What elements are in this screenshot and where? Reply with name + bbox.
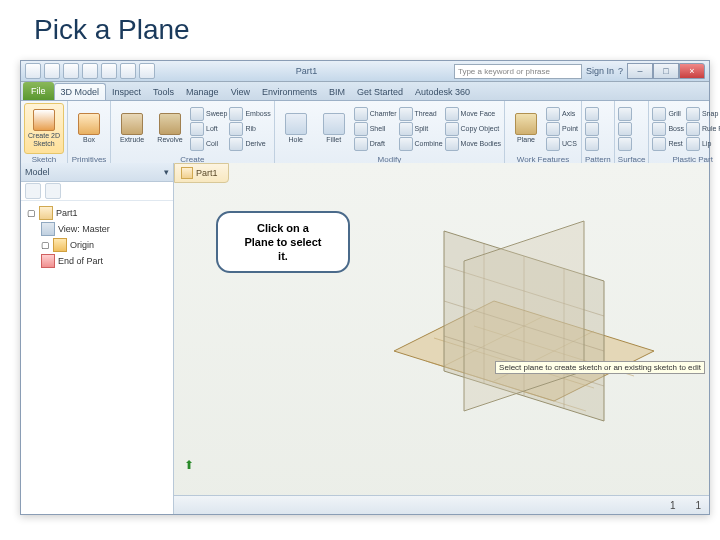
- close-button[interactable]: ×: [679, 63, 705, 79]
- group-modify: Hole Fillet Chamfer Shell Draft Thread S…: [275, 101, 505, 165]
- create-2d-sketch-button[interactable]: Create 2D Sketch: [24, 103, 64, 154]
- status-value-1: 1: [670, 500, 676, 511]
- shell-button[interactable]: Shell: [354, 122, 397, 136]
- sketch-icon: [33, 109, 55, 131]
- revolve-button[interactable]: Revolve: [152, 103, 188, 154]
- panel-dropdown-icon[interactable]: ▾: [164, 167, 169, 177]
- sweep-button[interactable]: Sweep: [190, 107, 227, 121]
- window-controls: – □ ×: [627, 63, 705, 79]
- qat-undo-icon[interactable]: [82, 63, 98, 79]
- rest-icon: [652, 137, 666, 151]
- graphics-viewport[interactable]: Part1 Click on a Plane to select it.: [174, 163, 709, 514]
- boss-button[interactable]: Boss: [652, 122, 684, 136]
- emboss-button[interactable]: Emboss: [229, 107, 270, 121]
- extrude-icon: [121, 113, 143, 135]
- part-icon: [39, 206, 53, 220]
- pattern-rect-icon: [585, 107, 599, 121]
- box-icon: [78, 113, 100, 135]
- thread-button[interactable]: Thread: [399, 107, 443, 121]
- tab-bim[interactable]: BIM: [323, 84, 351, 100]
- work-planes-3d[interactable]: [354, 181, 694, 461]
- surface-icon3: [618, 137, 632, 151]
- extrude-button[interactable]: Extrude: [114, 103, 150, 154]
- split-button[interactable]: Split: [399, 122, 443, 136]
- ucs-button[interactable]: UCS: [546, 137, 578, 151]
- file-tab[interactable]: File: [23, 82, 54, 100]
- qat-home-icon[interactable]: [120, 63, 136, 79]
- rest-button[interactable]: Rest: [652, 137, 684, 151]
- point-button[interactable]: Point: [546, 122, 578, 136]
- surface-btn3[interactable]: [618, 137, 632, 151]
- rulefillet-button[interactable]: Rule Fillet: [686, 122, 720, 136]
- view-icon: [41, 222, 55, 236]
- window-title: Part1: [159, 66, 454, 76]
- box-button[interactable]: Box: [71, 103, 107, 154]
- find-icon[interactable]: [45, 183, 61, 199]
- tab-manage[interactable]: Manage: [180, 84, 225, 100]
- ucs-icon: [546, 137, 560, 151]
- content-area: Model ▾ ▢Part1 View: Master ▢Origin End …: [21, 163, 709, 514]
- copyobj-button[interactable]: Copy Object: [445, 122, 501, 136]
- surface-icon2: [618, 122, 632, 136]
- filter-icon[interactable]: [25, 183, 41, 199]
- tab-autodesk-360[interactable]: Autodesk 360: [409, 84, 476, 100]
- tab-inspect[interactable]: Inspect: [106, 84, 147, 100]
- plane-icon: [515, 113, 537, 135]
- tab-3d-model[interactable]: 3D Model: [54, 83, 107, 100]
- qat-save-icon[interactable]: [63, 63, 79, 79]
- qat-redo-icon[interactable]: [101, 63, 117, 79]
- group-surface: Surface: [615, 101, 650, 165]
- chamfer-button[interactable]: Chamfer: [354, 107, 397, 121]
- loft-button[interactable]: Loft: [190, 122, 227, 136]
- help-icon[interactable]: ?: [618, 66, 623, 76]
- search-input[interactable]: Type a keyword or phrase: [454, 64, 582, 79]
- document-tab[interactable]: Part1: [174, 163, 229, 183]
- mirror-button[interactable]: [585, 137, 599, 151]
- moveface-button[interactable]: Move Face: [445, 107, 501, 121]
- signin-link[interactable]: Sign In: [586, 66, 614, 76]
- plane-button[interactable]: Plane: [508, 103, 544, 154]
- pattern-circ-icon: [585, 122, 599, 136]
- axis-button[interactable]: Axis: [546, 107, 578, 121]
- loft-icon: [190, 122, 204, 136]
- qat-appearance-icon[interactable]: [139, 63, 155, 79]
- tab-get-started[interactable]: Get Started: [351, 84, 409, 100]
- grill-button[interactable]: Grill: [652, 107, 684, 121]
- expand-icon[interactable]: ▢: [27, 208, 36, 218]
- eop-icon: [41, 254, 55, 268]
- draft-button[interactable]: Draft: [354, 137, 397, 151]
- qat-open-icon[interactable]: [44, 63, 60, 79]
- tree-origin-node[interactable]: ▢Origin: [23, 237, 171, 253]
- tab-view[interactable]: View: [225, 84, 256, 100]
- combine-button[interactable]: Combine: [399, 137, 443, 151]
- fillet-button[interactable]: Fillet: [316, 103, 352, 154]
- snapfit-button[interactable]: Snap Fit: [686, 107, 720, 121]
- rulefillet-icon: [686, 122, 700, 136]
- point-icon: [546, 122, 560, 136]
- minimize-button[interactable]: –: [627, 63, 653, 79]
- lip-button[interactable]: Lip: [686, 137, 720, 151]
- rib-button[interactable]: Rib: [229, 122, 270, 136]
- axis-icon: [546, 107, 560, 121]
- movebodies-button[interactable]: Move Bodies: [445, 137, 501, 151]
- tab-tools[interactable]: Tools: [147, 84, 180, 100]
- thread-icon: [399, 107, 413, 121]
- surface-btn2[interactable]: [618, 122, 632, 136]
- panel-header: Model ▾: [21, 163, 173, 182]
- expand-icon[interactable]: ▢: [41, 240, 50, 250]
- tab-environments[interactable]: Environments: [256, 84, 323, 100]
- maximize-button[interactable]: □: [653, 63, 679, 79]
- origin-indicator-icon: ⬆: [184, 458, 194, 472]
- tree-view-node[interactable]: View: Master: [23, 221, 171, 237]
- coil-button[interactable]: Coil: [190, 137, 227, 151]
- hole-button[interactable]: Hole: [278, 103, 314, 154]
- tree-eop-node[interactable]: End of Part: [23, 253, 171, 269]
- model-browser: Model ▾ ▢Part1 View: Master ▢Origin End …: [21, 163, 174, 514]
- pattern-circ-button[interactable]: [585, 122, 599, 136]
- tree-part-node[interactable]: ▢Part1: [23, 205, 171, 221]
- qat-new-icon[interactable]: [25, 63, 41, 79]
- surface-btn1[interactable]: [618, 107, 632, 121]
- derive-button[interactable]: Derive: [229, 137, 270, 151]
- split-icon: [399, 122, 413, 136]
- pattern-rect-button[interactable]: [585, 107, 599, 121]
